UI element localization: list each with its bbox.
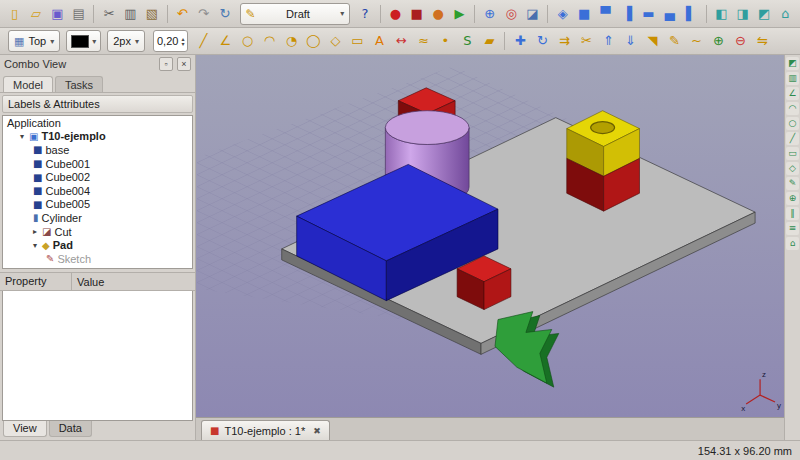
expand-arrow-icon[interactable]: ▾ xyxy=(20,132,29,141)
zoom-in-button[interactable]: ⊕ xyxy=(480,4,499,24)
polygon-tool-button[interactable]: ◇ xyxy=(786,162,799,175)
text-scale-spinner[interactable]: 0,20 ▴▾ xyxy=(153,30,188,52)
edit-mode-button[interactable]: ✎ xyxy=(786,177,799,190)
circle-tool-button[interactable]: ○ xyxy=(786,117,799,130)
view-home-button[interactable]: ⌂ xyxy=(776,4,795,24)
draft-arc-button[interactable]: ◠ xyxy=(259,31,279,51)
whats-this-button[interactable]: ? xyxy=(355,4,374,24)
draft-mirror-button[interactable]: ⇋ xyxy=(752,31,772,51)
rectangle-tool-button[interactable]: ▭ xyxy=(786,147,799,160)
arc-tool-button[interactable]: ◠ xyxy=(786,102,799,115)
clipping-plane-button[interactable]: ◩ xyxy=(786,57,799,70)
draft-delete-point-button[interactable]: ⊖ xyxy=(730,31,750,51)
document-open-button[interactable]: ▱ xyxy=(26,4,45,24)
view-trimetric-button[interactable]: ◩ xyxy=(754,4,773,24)
spin-down-icon[interactable]: ▾ xyxy=(181,41,184,46)
view-bottom-button[interactable]: ▄ xyxy=(660,4,679,24)
draft-circle-button[interactable]: ○ xyxy=(237,31,257,51)
property-column-header[interactable]: Property xyxy=(0,273,72,290)
print-button[interactable]: ▤ xyxy=(69,4,88,24)
tree-item-base[interactable]: ■ base xyxy=(3,143,192,157)
tab-data[interactable]: Data xyxy=(49,421,92,437)
fit-all-button[interactable]: ◎ xyxy=(501,4,520,24)
tree-item-cube001[interactable]: ■ Cube001 xyxy=(3,157,192,171)
tree-item-cube002[interactable]: ■ Cube002 xyxy=(3,170,192,184)
document-save-button[interactable]: ▣ xyxy=(48,4,67,24)
view-front-button[interactable]: ■ xyxy=(575,4,594,24)
macro-pause-button[interactable]: ● xyxy=(428,4,447,24)
draft-text-button[interactable]: A xyxy=(369,31,389,51)
draft-facebinder-button[interactable]: ▰ xyxy=(479,31,499,51)
line-color-picker[interactable]: ▾ xyxy=(66,30,101,52)
view-rear-button[interactable]: ▬ xyxy=(639,4,658,24)
macro-execute-button[interactable]: ▶ xyxy=(450,4,469,24)
parallel-constraint-button[interactable]: ∥ xyxy=(786,207,799,220)
tree-item-t10-ejemplo[interactable]: ▾ ▣ T10-ejemplo xyxy=(3,130,192,144)
draft-offset-button[interactable]: ⇉ xyxy=(554,31,574,51)
value-column-header[interactable]: Value xyxy=(72,276,195,288)
draw-style-button[interactable]: ◪ xyxy=(523,4,542,24)
draft-polyline-button[interactable]: ∠ xyxy=(215,31,235,51)
draft-shapestring-button[interactable]: S xyxy=(457,31,477,51)
view-top-button[interactable]: ▀ xyxy=(596,4,615,24)
draft-rotate-button[interactable]: ↻ xyxy=(532,31,552,51)
labels-attributes-header[interactable]: Labels & Attributes xyxy=(2,95,193,113)
draft-rectangle-button[interactable]: ▭ xyxy=(347,31,367,51)
draft-edit-button[interactable]: ✎ xyxy=(664,31,684,51)
undo-button[interactable]: ↶ xyxy=(173,4,192,24)
view-dimetric-button[interactable]: ◨ xyxy=(733,4,752,24)
line-width-combo[interactable]: 2px ▾ xyxy=(107,30,145,52)
add-point-button[interactable]: ⊕ xyxy=(786,192,799,205)
line-tool-button[interactable]: ╱ xyxy=(786,132,799,145)
paste-button[interactable]: ▧ xyxy=(142,4,161,24)
expand-arrow-icon[interactable]: ▾ xyxy=(33,241,42,250)
menu-more-button[interactable]: ≡ xyxy=(786,222,799,235)
working-plane-combo[interactable]: ▦ Top ▾ xyxy=(8,30,60,52)
tab-tasks[interactable]: Tasks xyxy=(55,76,103,92)
draft-wire-to-bspline-button[interactable]: ~ xyxy=(686,31,706,51)
draft-arc-3points-button[interactable]: ◔ xyxy=(281,31,301,51)
draft-line-button[interactable]: ╱ xyxy=(193,31,213,51)
draft-bspline-button[interactable]: ≈ xyxy=(413,31,433,51)
draft-add-point-button[interactable]: ⊕ xyxy=(708,31,728,51)
draft-dimension-button[interactable]: ↔ xyxy=(391,31,411,51)
tab-model[interactable]: Model xyxy=(3,76,53,92)
copy-button[interactable]: ▥ xyxy=(121,4,140,24)
document-new-button[interactable]: ▯ xyxy=(5,4,24,24)
tab-view[interactable]: View xyxy=(3,421,47,437)
yellow-red-tower[interactable] xyxy=(567,111,640,211)
float-panel-icon[interactable]: ▫ xyxy=(159,57,173,71)
view-axonometric-button[interactable]: ◈ xyxy=(553,4,572,24)
tree-item-cylinder[interactable]: ▮ Cylinder xyxy=(3,211,192,225)
close-panel-icon[interactable]: × xyxy=(177,57,191,71)
view-isometric-button[interactable]: ◧ xyxy=(712,4,731,24)
draft-scale-button[interactable]: ◥ xyxy=(642,31,662,51)
tree-item-cut[interactable]: ▸ ◪ Cut xyxy=(3,225,192,239)
draft-ellipse-button[interactable]: ◯ xyxy=(303,31,323,51)
draft-point-button[interactable]: • xyxy=(435,31,455,51)
angle-snap-button[interactable]: ∠ xyxy=(786,87,799,100)
draft-polygon-button[interactable]: ◇ xyxy=(325,31,345,51)
workbench-selector[interactable]: ✎ Draft ▾ xyxy=(240,3,351,25)
3d-view[interactable]: x y z xyxy=(196,55,784,417)
macro-stop-button[interactable]: ■ xyxy=(407,4,426,24)
redo-button[interactable]: ↷ xyxy=(194,4,213,24)
spinner-arrows[interactable]: ▴▾ xyxy=(181,36,184,46)
tree-item-sketch[interactable]: ✎ Sketch xyxy=(3,252,192,266)
draft-move-button[interactable]: ✚ xyxy=(510,31,530,51)
draft-downgrade-button[interactable]: ⇓ xyxy=(620,31,640,51)
view-right-button[interactable]: ▐ xyxy=(617,4,636,24)
draft-trim-button[interactable]: ✂ xyxy=(576,31,596,51)
document-tab[interactable]: ■ T10-ejemplo : 1* ✖ xyxy=(201,420,330,440)
tree-item-pad[interactable]: ▾ ◆ Pad xyxy=(3,238,192,252)
macro-record-button[interactable]: ● xyxy=(386,4,405,24)
tree-item-cube004[interactable]: ■ Cube004 xyxy=(3,184,192,198)
tree-item-application[interactable]: Application xyxy=(3,116,192,130)
cut-button[interactable]: ✂ xyxy=(99,4,118,24)
home-view-button[interactable]: ⌂ xyxy=(786,237,799,250)
refresh-button[interactable]: ↻ xyxy=(215,4,234,24)
property-table-body[interactable] xyxy=(2,291,193,421)
texture-view-button[interactable]: ▥ xyxy=(786,72,799,85)
close-tab-icon[interactable]: ✖ xyxy=(313,426,321,436)
viewport-3d[interactable]: x y z xyxy=(196,55,784,417)
